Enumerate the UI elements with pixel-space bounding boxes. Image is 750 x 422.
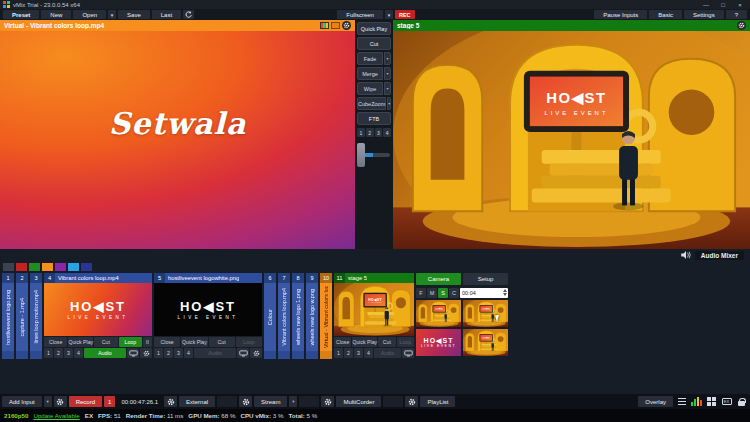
input-7-collapsed[interactable]: 7 Vibrant colors loop.mp4 [278,273,290,359]
stream-dropdown-icon[interactable]: ▾ [289,396,297,407]
category-swatch[interactable] [29,263,40,271]
input-11-header[interactable]: 11 stage 5 [334,273,414,283]
input-4-header[interactable]: 4 Vibrant colors loop.mp4 [44,273,152,283]
input-8-collapsed[interactable]: 8 wheels new logo 1.png [292,273,304,359]
wipe-button[interactable]: Wipe▾ [357,82,391,95]
color-correction-icon[interactable] [320,22,329,29]
input-4-thumbnail[interactable]: HO◀ST LIVE EVENT [44,283,152,336]
overlay-4-button[interactable]: 4 [364,348,373,358]
camera-angle-3[interactable]: HO◀ST LIVE EVENT [416,329,461,356]
overlay-4-button[interactable]: 4 [383,128,391,137]
input-11-thumbnail[interactable]: HO◀ST LIVE EVENT [334,283,414,336]
overlay-button[interactable]: Overlay [638,396,673,407]
pause-inputs-button[interactable]: Pause Inputs [594,10,647,19]
overlay-3-button[interactable]: 3 [174,348,183,358]
close-button[interactable]: Close [154,337,180,347]
overlay-4-button[interactable]: 4 [184,348,193,358]
overlay-3-button[interactable]: 3 [354,348,363,358]
overlay-1-button[interactable]: 1 [154,348,163,358]
category-swatch[interactable] [68,263,79,271]
category-swatch[interactable] [55,263,66,271]
camera-angle-4[interactable]: HO◀ST LIVE EVENT [463,329,508,356]
program-monitor[interactable]: HO◀ST LIVE EVENT [393,31,750,249]
rec-badge[interactable]: REC [395,10,415,19]
loop-button[interactable]: Loop [119,337,142,347]
input-5-thumbnail[interactable]: HO◀ST LIVE EVENT [154,283,262,336]
stream-settings-gear-icon[interactable] [239,396,252,407]
monitor-icon[interactable] [127,348,139,358]
input-9-collapsed[interactable]: 9 wheels new logo w.png [306,273,318,359]
loop-button[interactable]: Loop [397,337,414,347]
loop-button[interactable]: Loop [236,337,262,347]
open-button[interactable]: Open [73,10,106,19]
pause-button[interactable]: II [143,337,152,347]
external-settings-gear-icon[interactable] [164,396,177,407]
monitor-icon[interactable] [402,348,414,358]
audio-meter-icon[interactable] [690,396,703,407]
record-settings-gear-icon[interactable] [54,396,67,407]
add-input-button[interactable]: Add Input [2,396,42,407]
close-button[interactable]: × [733,1,747,9]
t-bar-handle[interactable] [357,143,365,167]
zoom-duration-spinner[interactable]: 00:04 [460,288,508,298]
monitor-icon[interactable] [237,348,249,358]
update-available-link[interactable]: Update Available [33,412,79,419]
playlist-settings-gear-icon[interactable] [405,396,418,407]
playlist-button[interactable]: PlayList [420,396,455,407]
overlay-1-button[interactable]: 1 [334,348,343,358]
multicorder-settings-gear-icon[interactable] [321,396,334,407]
cut-button[interactable]: Cut [94,337,117,347]
position-icon[interactable] [331,22,340,29]
cut-button[interactable]: Cut [209,337,235,347]
stream-button[interactable]: Stream [254,396,287,407]
preview-gear-icon[interactable] [342,21,351,30]
quick-play-button[interactable]: Quick Play [181,337,207,347]
cubezoom-button[interactable]: CubeZoom▾ [357,97,391,110]
multiview-grid-icon[interactable] [705,396,718,407]
t-bar[interactable] [357,142,391,168]
cut-button[interactable]: Cut [378,337,395,347]
merge-dropdown-icon[interactable]: ▾ [384,67,391,80]
mode-m-button[interactable]: M [427,288,437,298]
settings-button[interactable]: Settings [684,10,724,19]
quick-play-button[interactable]: Quick Play [357,22,391,35]
quick-play-button[interactable]: Quick Play [352,337,377,347]
overlay-2-button[interactable]: 2 [164,348,173,358]
last-button[interactable]: Last [152,10,181,19]
wipe-dropdown-icon[interactable]: ▾ [384,82,391,95]
merge-button[interactable]: Merge▾ [357,67,391,80]
mode-c-button[interactable]: C [449,288,459,298]
maximize-button[interactable]: □ [716,1,730,9]
fade-button[interactable]: Fade▾ [357,52,391,65]
overlay-4-button[interactable]: 4 [74,348,83,358]
record-count-badge[interactable]: 1 [104,396,115,407]
overlay-1-button[interactable]: 1 [44,348,53,358]
input-5-header[interactable]: 5 hostliveevent logowhite.png [154,273,262,283]
quick-play-button[interactable]: Quick Play [68,337,93,347]
overlay-2-button[interactable]: 2 [344,348,353,358]
program-gear-icon[interactable] [737,21,746,30]
category-swatch[interactable] [42,263,53,271]
mode-f-button[interactable]: F [416,288,426,298]
shortcuts-list-icon[interactable] [675,396,688,407]
audio-button[interactable]: Audio [84,348,126,358]
close-button[interactable]: Close [44,337,67,347]
camera-angle-1[interactable]: HO◀ST LIVE EVENT [416,300,461,327]
preset-button[interactable]: Preset [3,10,39,19]
multicorder-button[interactable]: MultiCorder [336,396,381,407]
input-3-collapsed[interactable]: 3 lines loop motion.mp4 [30,273,42,359]
spinner-arrows-icon[interactable] [503,289,507,296]
minimize-button[interactable]: — [699,1,713,9]
fullscreen-button[interactable]: Fullscreen [337,10,383,19]
audio-button[interactable]: Audio [374,348,401,358]
gear-icon[interactable] [140,348,152,358]
mode-s-button[interactable]: S [438,288,448,298]
lock-icon[interactable] [735,396,748,407]
new-button[interactable]: New [41,10,71,19]
gear-icon[interactable] [250,348,262,358]
setup-button[interactable]: Setup [463,273,508,285]
overlay-3-button[interactable]: 3 [64,348,73,358]
camera-angle-2[interactable]: HO◀ST LIVE EVENT [463,300,508,327]
overlay-2-button[interactable]: 2 [54,348,63,358]
external-output-icon[interactable]: EX [720,396,733,407]
